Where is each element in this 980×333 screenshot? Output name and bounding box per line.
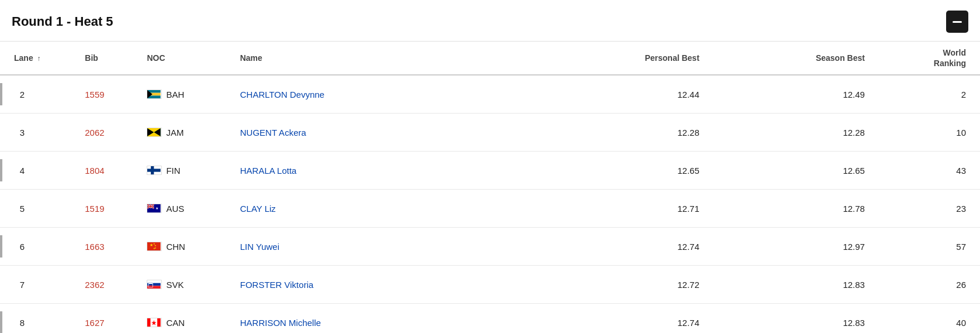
bib-number: 1804 <box>80 152 142 190</box>
athlete-name[interactable]: NUGENT Ackera <box>236 114 546 152</box>
noc-cell: FIN <box>142 152 235 190</box>
athlete-name[interactable]: FORSTER Viktoria <box>236 266 546 304</box>
noc-code: SVK <box>166 280 183 290</box>
lane-number: 7 <box>7 280 25 290</box>
lane-cell: 7 <box>0 266 80 304</box>
lane-cell: 2 <box>0 75 80 114</box>
sort-arrow-lane: ↑ <box>37 54 41 63</box>
col-header-noc: NOC <box>142 42 235 75</box>
main-container: Round 1 - Heat 5 Lane ↑ Bib NOC Name Per… <box>0 0 980 333</box>
lane-cell: 5 <box>0 190 80 228</box>
table-row: 61663 ★ ★ ★ ★ ★ CHNLIN Yuwei12.7412.9757 <box>0 228 980 266</box>
season-best: 12.28 <box>711 114 877 152</box>
svg-rect-35 <box>149 286 153 287</box>
athlete-name[interactable]: LIN Yuwei <box>236 228 546 266</box>
svg-text:★: ★ <box>156 206 159 210</box>
country-flag <box>147 318 162 327</box>
table-row: 81627 CANHARRISON Michelle12.7412.8340 <box>0 304 980 333</box>
bib-number: 1519 <box>80 190 142 228</box>
world-ranking: 40 <box>877 304 980 333</box>
noc-cell: ★ AUS <box>142 190 235 228</box>
world-ranking: 10 <box>877 114 980 152</box>
lane-bar <box>0 159 2 181</box>
noc-code: FIN <box>166 166 180 176</box>
table-header: Lane ↑ Bib NOC Name Personal Best Season… <box>0 42 980 75</box>
bib-number: 2062 <box>80 114 142 152</box>
table-row: 51519 ★ AUSCLAY Liz12.7112.7823 <box>0 190 980 228</box>
noc-code: CAN <box>166 318 185 328</box>
season-best: 12.97 <box>711 228 877 266</box>
season-best: 12.65 <box>711 152 877 190</box>
header: Round 1 - Heat 5 <box>0 0 980 42</box>
col-header-sb: Season Best <box>711 42 877 75</box>
lane-cell: 3 <box>0 114 80 152</box>
personal-best: 12.74 <box>546 228 711 266</box>
svg-rect-11 <box>151 166 154 174</box>
minimize-button[interactable] <box>946 11 968 33</box>
noc-code: CHN <box>166 242 185 252</box>
bib-number: 1627 <box>80 304 142 333</box>
world-ranking: 23 <box>877 190 980 228</box>
world-ranking: 57 <box>877 228 980 266</box>
bib-number: 2362 <box>80 266 142 304</box>
noc-cell: BAH <box>142 75 235 114</box>
svg-rect-36 <box>147 318 151 327</box>
noc-code: BAH <box>166 90 184 99</box>
season-best: 12.83 <box>711 266 877 304</box>
table-row: 41804 FINHARALA Lotta12.6512.6543 <box>0 152 980 190</box>
lane-number: 2 <box>7 90 25 99</box>
svg-text:★: ★ <box>150 243 153 247</box>
personal-best: 12.74 <box>546 304 711 333</box>
country-flag <box>147 280 162 289</box>
athlete-name[interactable]: CHARLTON Devynne <box>236 75 546 114</box>
table-body: 21559 BAHCHARLTON Devynne12.4412.4923206… <box>0 75 980 333</box>
table-row: 72362 SVKFORSTER Viktoria12.7212.8326 <box>0 266 980 304</box>
lane-bar <box>0 83 2 105</box>
athlete-name[interactable]: HARRISON Michelle <box>236 304 546 333</box>
col-header-bib: Bib <box>80 42 142 75</box>
personal-best: 12.44 <box>546 75 711 114</box>
page-title: Round 1 - Heat 5 <box>12 14 113 29</box>
bib-number: 1559 <box>80 75 142 114</box>
col-header-wr: WorldRanking <box>877 42 980 75</box>
lane-bar <box>0 235 2 258</box>
noc-cell: JAM <box>142 114 235 152</box>
country-flag: ★ ★ ★ ★ ★ <box>147 242 162 251</box>
country-flag <box>147 128 162 137</box>
noc-code: AUS <box>166 204 184 214</box>
lane-cell: 4 <box>0 152 80 190</box>
results-table: Lane ↑ Bib NOC Name Personal Best Season… <box>0 42 980 333</box>
col-header-pb: Personal Best <box>546 42 711 75</box>
athlete-name[interactable]: CLAY Liz <box>236 190 546 228</box>
bib-number: 1663 <box>80 228 142 266</box>
lane-bar <box>0 311 2 333</box>
personal-best: 12.65 <box>546 152 711 190</box>
personal-best: 12.72 <box>546 266 711 304</box>
noc-cell: CAN <box>142 304 235 333</box>
lane-number: 5 <box>7 204 25 214</box>
svg-rect-34 <box>149 283 153 284</box>
noc-cell: SVK <box>142 266 235 304</box>
table-row: 21559 BAHCHARLTON Devynne12.4412.492 <box>0 75 980 114</box>
noc-code: JAM <box>166 128 183 138</box>
svg-rect-37 <box>158 318 161 327</box>
season-best: 12.49 <box>711 75 877 114</box>
lane-number: 4 <box>7 166 25 176</box>
world-ranking: 26 <box>877 266 980 304</box>
country-flag: ★ <box>147 204 162 213</box>
season-best: 12.83 <box>711 304 877 333</box>
col-header-name: Name <box>236 42 546 75</box>
athlete-name[interactable]: HARALA Lotta <box>236 152 546 190</box>
country-flag <box>147 90 162 99</box>
country-flag <box>147 166 162 175</box>
lane-number: 3 <box>7 128 25 138</box>
personal-best: 12.71 <box>546 190 711 228</box>
table-row: 32062 JAMNUGENT Ackera12.2812.2810 <box>0 114 980 152</box>
personal-best: 12.28 <box>546 114 711 152</box>
world-ranking: 43 <box>877 152 980 190</box>
lane-cell: 8 <box>0 304 80 333</box>
world-ranking: 2 <box>877 75 980 114</box>
lane-cell: 6 <box>0 228 80 266</box>
svg-text:★: ★ <box>153 248 155 250</box>
lane-number: 8 <box>7 318 25 328</box>
